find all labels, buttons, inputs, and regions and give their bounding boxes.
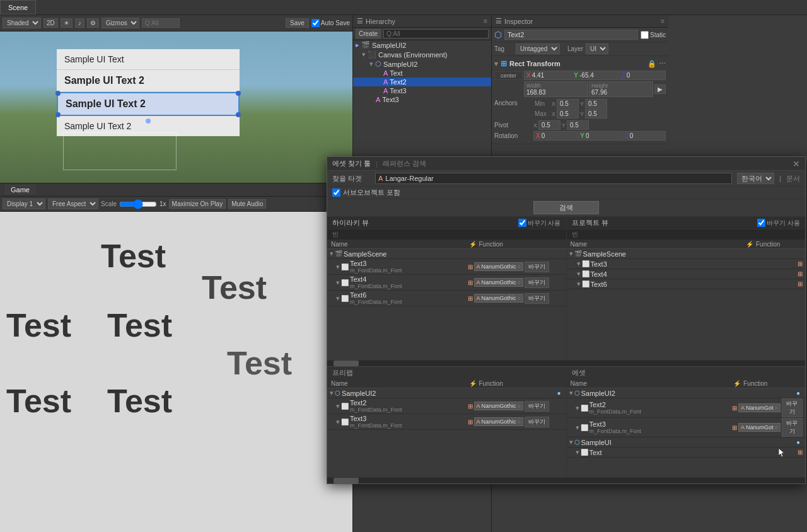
af-proj-row-text3[interactable]: ▾ ⬜ Text3 ⊞	[567, 259, 806, 269]
ui-canvas: Sample UI Text Sample UI Text 2 Sample U…	[57, 49, 240, 136]
game-tab[interactable]: Game	[5, 185, 35, 194]
af-asset-row-sampleui2[interactable]: ▾ ⬡ SampleUI2 ●	[567, 388, 806, 398]
af-hier-row-text6[interactable]: ▾ ⬜ Text6 m_FontData.m_Font ⊞ A NanumGot…	[327, 291, 566, 306]
af-replace-btn-a1[interactable]: 바꾸기	[782, 398, 803, 417]
anchors-label: Anchors	[494, 98, 532, 107]
min-label: Min	[535, 100, 550, 107]
anchors-row: Anchors Min X 0.5 Y 0.5 Max X 0.5	[494, 98, 666, 119]
mute-button[interactable]: Mute Audio	[228, 199, 266, 209]
mouse-cursor	[777, 447, 786, 458]
light-button[interactable]: ☀	[61, 18, 73, 28]
af-include-sub-checkbox[interactable]	[332, 188, 340, 197]
af-icon: A	[378, 175, 383, 182]
game-text-6: Test	[6, 382, 71, 420]
game-text-1: Test	[101, 237, 166, 275]
af-tables: Name ⚡ Function ▾ 🎬 SampleScene ▾ ⬜	[327, 240, 805, 360]
af-lang-select[interactable]: 한국어	[737, 173, 774, 184]
af-lang2: 문서	[786, 174, 800, 183]
handle-tr[interactable]	[236, 91, 241, 96]
af-search-button[interactable]: 검색	[533, 201, 599, 214]
af-asset-label: 에셋	[572, 368, 586, 378]
af-replace-checkbox2[interactable]	[757, 219, 765, 227]
scale-slider[interactable]	[119, 199, 157, 209]
af-asset-table: Name ⚡ Function ▾ ⬡ SampleUI2 ● ▾	[567, 379, 806, 477]
audio-button[interactable]: ♪	[75, 18, 84, 28]
shading-dropdown[interactable]: Shaded	[3, 18, 41, 28]
af-asset-row-text3[interactable]: ▾ ⬜ Text3 m_FontData.m_Font ⊞ A NanumGot…	[567, 418, 806, 437]
af-replace-btn-a2[interactable]: 바꾸기	[782, 418, 803, 437]
af-prefab-row-text2[interactable]: ▾ ⬜ Text2 m_FontData.m_Font ⊞ A NanumGot…	[327, 398, 566, 414]
af-target-row: 찾을 타겟 A Langar-Regular 한국어 | 문서	[327, 171, 805, 187]
rotation-row: Rotation X 0 Y 0 Z 0	[494, 131, 666, 141]
af-replace-label1: 바꾸기 사용	[528, 219, 561, 228]
af-prefab-row-sampleui2[interactable]: ▾ ⬡ SampleUI2 ●	[327, 388, 566, 398]
af-right-label: 빈	[572, 231, 578, 238]
handle-br[interactable]	[236, 112, 241, 117]
inspector-header: ☰ Inspector ≡	[492, 15, 668, 28]
ui-text-3[interactable]: Sample UI Text 2	[57, 92, 240, 116]
height-label: Height	[591, 83, 651, 89]
rect-transform-section: ▾ ⊞ Rect Transform 🔒 ⋯ center X 4.41	[492, 56, 668, 144]
af-func-col-header: ⚡ Function	[465, 240, 566, 248]
scale-label: Scale	[101, 200, 117, 207]
af-hier-row-text3[interactable]: ▾ ⬜ Text3 m_FontData.m_Font ⊞ A NanumGot…	[327, 259, 566, 275]
hierarchy-item-text3b[interactable]: A Text3	[353, 95, 491, 104]
af-prefab-name-header: Name	[327, 379, 465, 388]
2d-button[interactable]: 2D	[44, 18, 58, 28]
af-asset-row-sampleui[interactable]: ▾ ⬡ SampleUI ●	[567, 437, 806, 448]
hierarchy-item-sampleui2[interactable]: ▸ 🎬 SampleUI2	[353, 40, 491, 50]
af-hier-row-text4[interactable]: ▾ ⬜ Text4 m_FontData.m_Font ⊞ A NanumGot…	[327, 275, 566, 291]
effects-button[interactable]: ⚙	[87, 18, 99, 28]
af-prefab-func-header: ⚡ Function	[465, 379, 566, 388]
af-title: 에셋 찾기 툴	[332, 159, 371, 168]
af-prefab-row-text3[interactable]: ▾ ⬜ Text3 m_FontData.m_Font ⊞ A NanumGot…	[327, 414, 566, 430]
aspect-dropdown[interactable]: Free Aspect	[48, 199, 98, 209]
af-close-btn[interactable]: ✕	[792, 159, 800, 169]
af-replace-btn-p1[interactable]: 바꾸기	[525, 401, 549, 412]
af-scrollbar[interactable]	[327, 360, 805, 366]
af-proj-row-samplescene[interactable]: ▾ 🎬 SampleScene	[567, 249, 806, 259]
af-replace-btn-h3[interactable]: 바꾸기	[525, 293, 549, 304]
expand-btn[interactable]: ▶	[654, 84, 666, 94]
hierarchy-item-sampleui2-child[interactable]: ▾ ⬡ SampleUI2	[353, 59, 491, 69]
display-dropdown[interactable]: Display 1	[3, 199, 45, 209]
hierarchy-item-canvas[interactable]: ▾ ⬛ Canvas (Environment)	[353, 50, 491, 59]
gizmos-dropdown[interactable]: Gizmos	[102, 18, 139, 28]
af-include-sub-label: 서브오브젝트 포함	[343, 188, 400, 197]
max-y: 0.5	[588, 110, 597, 117]
af-proj-row-text6[interactable]: ▾ ⬜ Text6 ⊞	[567, 279, 806, 289]
af-proj-row-text4[interactable]: ▾ ⬜ Text4 ⊞	[567, 269, 806, 279]
af-hier-row-samplescene[interactable]: ▾ 🎬 SampleScene	[327, 249, 566, 259]
af-asset-row-text2[interactable]: ▾ ⬜ Text2 m_FontData.m_Font ⊞ A NanumGot…	[567, 398, 806, 418]
af-bottom-scrollbar[interactable]	[327, 477, 805, 483]
af-replace-checkbox1[interactable]	[518, 219, 526, 227]
save-button[interactable]: Save	[286, 18, 309, 28]
scene-tab[interactable]: Scene	[0, 0, 36, 14]
hierarchy-item-text[interactable]: A Text	[353, 69, 491, 78]
auto-save-checkbox[interactable]	[311, 19, 320, 27]
af-replace-btn-h1[interactable]: 바꾸기	[525, 262, 549, 272]
hierarchy-item-text2[interactable]: A Text2	[353, 78, 491, 86]
handle-tl[interactable]	[55, 91, 61, 96]
layer-label: Layer	[567, 45, 583, 52]
hierarchy-create-btn[interactable]: Create	[356, 29, 381, 38]
af-replace-btn-h2[interactable]: 바꾸기	[525, 277, 549, 288]
static-checkbox[interactable]	[641, 31, 649, 39]
tag-dropdown[interactable]: Untagged	[516, 43, 560, 54]
ui-text-1: Sample UI Text	[57, 49, 240, 70]
hierarchy-item-text3a[interactable]: A Text3	[353, 86, 491, 95]
scene-toolbar: Shaded 2D ☀ ♪ ⚙ Gizmos Save Auto Save	[0, 15, 352, 32]
game-text-4: Test	[107, 306, 172, 344]
rect-transform-header[interactable]: ▾ ⊞ Rect Transform 🔒 ⋯	[494, 58, 666, 69]
handle-bl[interactable]	[55, 112, 61, 117]
af-asset-row-text[interactable]: ▾ ⬜ Text ⊞	[567, 448, 806, 458]
scene-search[interactable]	[142, 18, 180, 28]
hierarchy-search[interactable]	[383, 29, 489, 38]
auto-save-label: Auto Save	[321, 20, 350, 26]
layer-dropdown[interactable]: UI	[586, 43, 608, 54]
af-replace-btn-p2[interactable]: 바꾸기	[525, 417, 549, 427]
handle-bc[interactable]	[146, 119, 151, 124]
min-y: 0.5	[588, 100, 597, 107]
maximize-button[interactable]: Maximize On Play	[169, 199, 226, 209]
inspector-name-input[interactable]	[504, 30, 638, 40]
